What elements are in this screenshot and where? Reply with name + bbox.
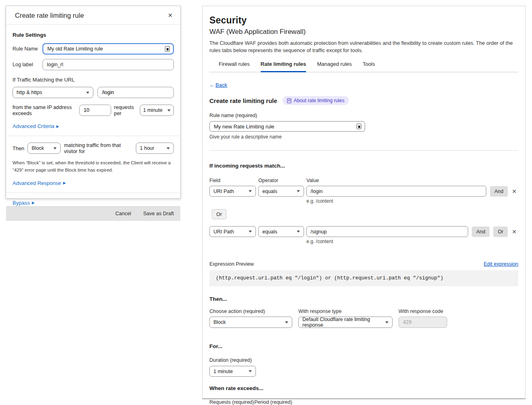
url-pattern-input[interactable] <box>97 87 174 98</box>
divider <box>209 150 518 151</box>
or-button[interactable]: Or <box>212 209 226 219</box>
advanced-response-link[interactable]: Advanced Response ▶ <box>13 180 66 186</box>
remove-condition-icon[interactable]: ✕ <box>510 187 518 195</box>
advanced-criteria-label: Advanced Criteria <box>13 123 54 129</box>
scheme-select[interactable]: http & https <box>13 87 93 98</box>
value-hint: e.g. /content <box>306 239 518 244</box>
choose-action-label: Choose action (required) <box>209 308 298 314</box>
log-label-input[interactable] <box>42 59 174 70</box>
expand-arrow-icon: ▶ <box>63 181 66 185</box>
rule-name-row: Rule Name <box>13 43 174 55</box>
rule-name-help: Give your rule a descriptive name <box>209 134 518 140</box>
response-type-select[interactable]: Default Cloudflare rate limiting respons… <box>298 317 393 328</box>
duration-select[interactable]: 1 minute <box>209 366 256 377</box>
value-input[interactable] <box>306 226 468 237</box>
expression-preview-box: (http.request.uri.path eq "/login") or (… <box>209 270 518 286</box>
page-title: Security <box>209 15 518 26</box>
field-select-value: URI Path <box>213 229 234 235</box>
chevron-down-icon <box>53 147 57 149</box>
expression-preview-row: Expression Preview Edit expression <box>209 261 518 267</box>
operator-column-label: Operator <box>258 178 306 183</box>
document-icon <box>287 98 291 103</box>
advanced-response-label: Advanced Response <box>13 180 61 186</box>
about-badge-label: About rate limiting rules <box>294 98 344 103</box>
rule-name-input[interactable] <box>214 124 357 130</box>
or-button[interactable]: Or <box>493 227 508 237</box>
tab-tools[interactable]: Tools <box>363 61 375 72</box>
then-middle-text: matching traffic from that visitor for <box>64 142 133 154</box>
field-select[interactable]: URI Path <box>209 186 256 197</box>
rule-name-field-wrap <box>209 121 365 132</box>
condition-column-labels: Field Operator Value <box>209 178 518 183</box>
response-code-input <box>399 317 447 328</box>
match-heading: If incoming requests match... <box>209 163 518 169</box>
then-heading: Then... <box>209 296 518 302</box>
then-label: Then <box>13 145 24 151</box>
and-button[interactable]: And <box>490 186 508 197</box>
tab-managed-rules[interactable]: Managed rules <box>317 61 352 72</box>
action-select[interactable]: Block <box>27 143 61 154</box>
modal-title: Create rate limiting rule <box>15 12 84 19</box>
bypass-label: Bypass <box>13 200 30 206</box>
rule-name-block: Rule name (required) Give your rule a de… <box>209 113 518 140</box>
waf-tabs: Firewall rules Rate limiting rules Manag… <box>209 61 518 72</box>
log-label-row: Log label <box>13 59 174 70</box>
back-label: Back <box>215 82 227 88</box>
save-as-draft-button[interactable]: Save as Draft <box>143 211 174 216</box>
tab-firewall-rules[interactable]: Firewall rules <box>219 61 250 72</box>
security-waf-panel: Security WAF (Web Application Firewall) … <box>202 6 526 399</box>
cancel-button[interactable]: Cancel <box>115 211 131 216</box>
block-duration-value: 1 hour <box>140 145 154 151</box>
rate-exceeds-heading: When rate exceeds... <box>209 385 518 391</box>
page-description: The Cloudflare WAF provides both automat… <box>209 40 518 54</box>
chevron-down-icon <box>385 321 388 323</box>
form-title-row: Create rate limiting rule About rate lim… <box>209 96 518 105</box>
modal-footer: Cancel Save as Draft <box>6 206 180 221</box>
chevron-down-icon <box>86 92 89 94</box>
chevron-down-icon <box>297 231 300 233</box>
rule-name-label: Rule name (required) <box>209 113 518 118</box>
expand-arrow-icon: ▶ <box>56 124 59 128</box>
rule-name-input[interactable] <box>47 46 165 52</box>
block-duration-select[interactable]: 1 hour <box>136 143 174 154</box>
choose-action-select[interactable]: Block <box>209 317 292 328</box>
tab-rate-limiting-rules[interactable]: Rate limiting rules <box>261 61 306 72</box>
expand-arrow-icon: ▶ <box>32 201 35 205</box>
autofill-icon[interactable] <box>357 124 361 129</box>
advanced-criteria-link[interactable]: Advanced Criteria ▶ <box>13 123 59 129</box>
chevron-down-icon <box>249 190 252 192</box>
value-column-label: Value <box>306 178 319 183</box>
period-select-value: 1 minute <box>143 107 163 113</box>
modal-header: Create rate limiting rule ✕ <box>6 6 180 25</box>
edit-expression-link[interactable]: Edit expression <box>484 261 518 267</box>
field-select[interactable]: URI Path <box>209 226 256 237</box>
then-row: Then Block matching traffic from that vi… <box>13 142 174 154</box>
chevron-down-icon <box>167 147 170 149</box>
back-arrow-icon: ← <box>209 82 215 88</box>
log-label-label: Log label <box>13 62 42 67</box>
create-rate-limit-modal: Create rate limiting rule ✕ Rule Setting… <box>6 6 181 199</box>
value-input[interactable] <box>306 186 486 197</box>
operator-select[interactable]: equals <box>258 226 304 237</box>
about-rate-limiting-badge[interactable]: About rate limiting rules <box>283 96 349 105</box>
chevron-down-icon <box>167 109 171 111</box>
operator-select-value: equals <box>262 189 277 194</box>
remove-condition-icon[interactable]: ✕ <box>510 228 518 236</box>
and-button[interactable]: And <box>472 227 490 237</box>
operator-select[interactable]: equals <box>258 186 304 197</box>
bypass-link[interactable]: Bypass ▶ <box>13 200 35 206</box>
chevron-down-icon <box>249 231 252 233</box>
divider <box>6 136 180 136</box>
threshold-input[interactable] <box>79 105 111 116</box>
back-link[interactable]: ←Back <box>209 82 227 88</box>
period-select[interactable]: 1 minute <box>140 105 174 116</box>
action-labels-row: Choose action (required) With response t… <box>209 308 518 314</box>
response-type-label: With response type <box>298 308 399 314</box>
page-subtitle: WAF (Web Application Firewall) <box>209 28 518 36</box>
autofill-icon[interactable] <box>165 46 170 52</box>
rule-settings-heading: Rule Settings <box>13 32 174 38</box>
close-icon[interactable]: ✕ <box>166 11 174 19</box>
requests-label: Requests (required) <box>209 399 254 405</box>
response-code-label: With response code <box>399 308 443 314</box>
chevron-down-icon <box>297 190 300 192</box>
